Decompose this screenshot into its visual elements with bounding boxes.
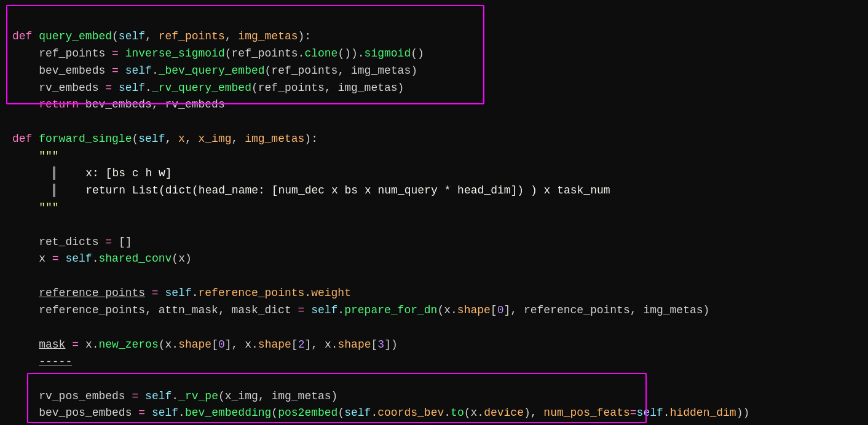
code-container: def query_embed(self, ref_points, img_me…	[0, 0, 868, 425]
code-block: def query_embed(self, ref_points, img_me…	[12, 11, 856, 425]
